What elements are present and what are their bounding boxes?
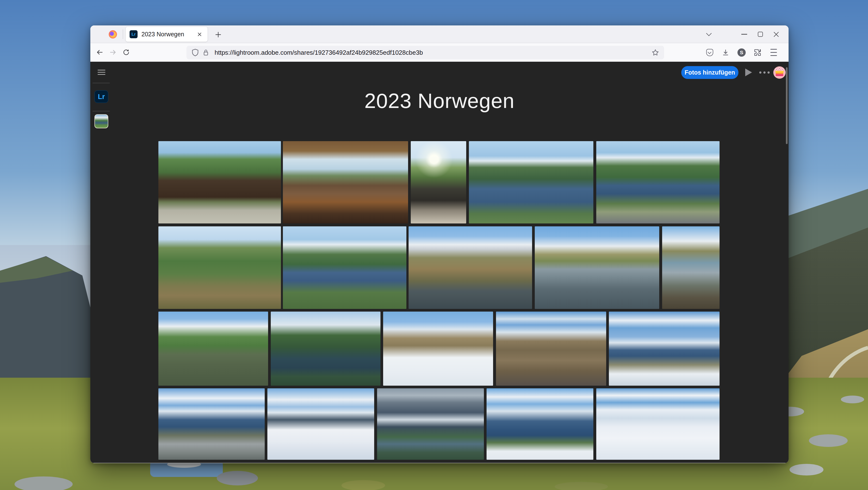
account-avatar[interactable] xyxy=(773,66,786,79)
page-title: 2023 Norwegen xyxy=(90,89,788,113)
gallery-menu-icon[interactable] xyxy=(98,68,105,76)
navigation-toolbar: https://lightroom.adobe.com/shares/19273… xyxy=(90,43,788,62)
lock-icon[interactable] xyxy=(200,47,211,58)
photo-summit-ridge-view[interactable] xyxy=(158,388,265,460)
url-bar[interactable]: https://lightroom.adobe.com/shares/19273… xyxy=(186,46,664,59)
photo-fjord-panorama[interactable] xyxy=(469,141,593,224)
tracking-shield-icon[interactable] xyxy=(190,47,200,58)
photo-clouds-over-fjord[interactable] xyxy=(609,312,719,386)
s-extension-icon[interactable]: S xyxy=(736,47,747,58)
downloads-icon[interactable] xyxy=(720,47,731,58)
new-tab-button[interactable] xyxy=(213,30,223,39)
photo-valley-between-cliffs[interactable] xyxy=(377,388,484,460)
tab-list-chevron-icon[interactable] xyxy=(701,27,717,42)
toolbar-right-icons: S xyxy=(704,43,779,62)
sidebar-divider xyxy=(93,83,110,83)
photo-snowy-peak-ridges[interactable] xyxy=(268,388,374,460)
photo-cabin-interior[interactable] xyxy=(283,141,408,224)
album-thumbnail[interactable] xyxy=(94,114,108,128)
pocket-icon[interactable] xyxy=(704,47,715,58)
photo-sunny-terrace[interactable] xyxy=(411,141,466,224)
photo-wooden-cabin[interactable] xyxy=(158,141,281,224)
browser-window: Lr 2023 Norwegen xyxy=(90,25,788,463)
photo-hiker-at-guardrail[interactable] xyxy=(596,141,719,224)
photo-moorland-stream[interactable] xyxy=(409,226,532,309)
lightroom-page: Lr 2023 Norwegen Fotos hinzufügen xyxy=(90,62,788,463)
page-scrollbar[interactable] xyxy=(786,67,787,144)
more-options-icon[interactable] xyxy=(759,71,770,74)
photo-snow-slope-clouds[interactable] xyxy=(596,388,719,460)
photo-mirror-lake[interactable] xyxy=(662,226,719,309)
bookmark-star-icon[interactable] xyxy=(650,47,661,58)
back-icon[interactable] xyxy=(93,46,106,59)
maximize-button[interactable] xyxy=(752,27,768,42)
divider xyxy=(123,29,123,39)
tab-title: 2023 Norwegen xyxy=(142,31,193,38)
extensions-puzzle-icon[interactable] xyxy=(752,47,763,58)
active-tab[interactable]: Lr 2023 Norwegen xyxy=(126,27,208,42)
photo-lake-with-huts[interactable] xyxy=(158,312,268,386)
url-text: https://lightroom.adobe.com/shares/19273… xyxy=(215,49,650,56)
tab-bar: Lr 2023 Norwegen xyxy=(90,25,788,43)
photo-boathouse-lake[interactable] xyxy=(535,226,659,309)
minimize-button[interactable] xyxy=(736,27,752,42)
photo-fjord-through-trees[interactable] xyxy=(283,226,406,309)
add-photos-button[interactable]: Fotos hinzufügen xyxy=(681,66,738,79)
photo-birch-trail[interactable] xyxy=(158,226,281,309)
photo-valley-lake-peaks[interactable] xyxy=(271,312,380,386)
firefox-icon[interactable] xyxy=(109,30,117,38)
reload-icon[interactable] xyxy=(119,46,132,59)
forward-icon[interactable] xyxy=(106,46,119,59)
photo-resting-hiker-backpack[interactable] xyxy=(496,312,606,386)
tab-close-icon[interactable] xyxy=(195,30,204,38)
lightroom-favicon: Lr xyxy=(130,30,137,38)
photo-winding-fjord[interactable] xyxy=(487,388,593,460)
slideshow-play-icon[interactable] xyxy=(745,68,752,76)
window-controls xyxy=(701,25,788,43)
close-button[interactable] xyxy=(768,27,784,42)
app-menu-icon[interactable] xyxy=(768,47,779,58)
photo-snowfield-hiker[interactable] xyxy=(383,312,493,386)
